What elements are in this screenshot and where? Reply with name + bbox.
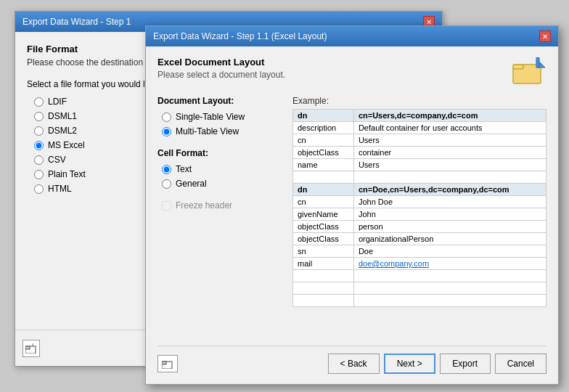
format-plaintext-radio[interactable] [34, 170, 44, 179]
empty-cell [293, 171, 354, 184]
table-row: sn Doe [293, 245, 547, 258]
layout-single-label: Single-Table View [176, 112, 245, 122]
fg-sub-title: Please select a document layout. [157, 70, 285, 80]
empty-cell [353, 171, 546, 184]
folder-icon [510, 57, 547, 86]
cell-sn-val: Doe [353, 245, 546, 258]
cell-oc3-val: organizationalPerson [353, 233, 546, 245]
table-row: name Users [293, 159, 547, 171]
cell-desc: description [293, 122, 354, 134]
cell-format-general-label: General [176, 179, 207, 189]
cell-given: givenName [293, 208, 354, 221]
table-row-empty [293, 282, 547, 295]
svg-rect-5 [536, 57, 539, 68]
cell-cn2: cn [293, 196, 354, 208]
foreground-dialog: Export Data Wizard - Step 1.1 (Excel Lay… [145, 25, 559, 385]
cell-format-options: Text General [162, 164, 281, 189]
fg-right-panel: Example: dn cn=Users,dc=company,dc=com d… [292, 96, 547, 346]
fg-main: Document Layout: Single-Table View Multi… [157, 96, 547, 346]
cell-name1-val: Users [353, 159, 546, 171]
cell-name1: name [293, 159, 354, 171]
cell-format-text-label: Text [176, 164, 192, 174]
fg-dialog-title: Export Data Wizard - Step 1.1 (Excel Lay… [153, 31, 327, 41]
empty-cell [293, 270, 354, 282]
format-msexcel-label: MS Excel [48, 140, 85, 150]
cell-oc2: objectClass [293, 221, 354, 233]
cell-mail: mail [293, 258, 354, 270]
example-label: Example: [292, 96, 547, 106]
cell-format-general-radio[interactable] [162, 179, 171, 189]
format-csv-radio[interactable] [34, 155, 44, 165]
fg-body: Excel Document Layout Please select a do… [146, 46, 558, 384]
table-row: objectClass container [293, 147, 547, 159]
cell-dn1-val: cn=Users,dc=company,dc=com [353, 110, 546, 122]
cell-given-val: John [353, 208, 546, 221]
format-dsml1-radio[interactable] [34, 112, 44, 121]
table-row: mail doe@company.com [293, 258, 547, 270]
layout-single-radio[interactable] [162, 113, 171, 122]
empty-cell [293, 282, 354, 295]
cell-mail-val: doe@company.com [353, 258, 546, 270]
format-html-radio[interactable] [34, 184, 44, 194]
format-plaintext-label: Plain Text [48, 169, 86, 179]
svg-rect-7 [162, 362, 166, 364]
format-html-label: HTML [48, 184, 72, 194]
format-ldif-radio[interactable] [34, 97, 44, 107]
cell-cn2-val: John Doe [353, 196, 546, 208]
document-layout-options: Single-Table View Multi-Table View [162, 112, 281, 136]
empty-cell [293, 295, 354, 307]
layout-multi[interactable]: Multi-Table View [162, 126, 281, 136]
cell-format-general[interactable]: General [162, 179, 281, 189]
svg-rect-1 [25, 346, 30, 349]
table-row: givenName John [293, 208, 547, 221]
example-table: dn cn=Users,dc=company,dc=com descriptio… [292, 109, 547, 307]
bg-window-title: Export Data Wizard - Step 1 [22, 17, 131, 27]
cell-format-label: Cell Format: [157, 148, 281, 158]
back-button[interactable]: < Back [328, 354, 380, 374]
format-dsml2-label: DSML2 [48, 126, 77, 136]
format-msexcel-radio[interactable] [34, 141, 44, 150]
format-dsml2-radio[interactable] [34, 126, 44, 136]
fg-close-button[interactable]: ✕ [539, 30, 551, 42]
format-dsml1-label: DSML1 [48, 111, 77, 121]
fg-footer-buttons: < Back Next > Export Cancel [328, 354, 547, 374]
fg-header-text: Excel Document Layout Please select a do… [157, 57, 285, 80]
freeze-header-option: Freeze header [162, 200, 281, 211]
mail-link[interactable]: doe@company.com [359, 259, 429, 268]
cell-oc1-val: container [353, 147, 546, 159]
cancel-button[interactable]: Cancel [495, 354, 547, 374]
cell-sn: sn [293, 245, 354, 258]
export-button[interactable]: Export [440, 354, 491, 374]
freeze-header-checkbox [162, 201, 171, 211]
cell-format-text[interactable]: Text [162, 164, 281, 174]
fg-footer-icon [157, 355, 178, 372]
cell-desc-val: Default container for user accounts [353, 122, 546, 134]
next-button[interactable]: Next > [384, 354, 435, 374]
cell-dn2: dn [293, 184, 354, 196]
bg-footer-icon [22, 340, 40, 357]
cell-cn1-val: Users [353, 134, 546, 147]
table-row-empty [293, 171, 547, 184]
layout-multi-radio[interactable] [162, 127, 171, 136]
cell-format-text-radio[interactable] [162, 165, 171, 174]
cell-oc1: objectClass [293, 147, 354, 159]
empty-cell [353, 295, 546, 307]
freeze-header-label: Freeze header [176, 200, 232, 211]
fg-left-panel: Document Layout: Single-Table View Multi… [157, 96, 281, 346]
table-row: dn cn=Users,dc=company,dc=com [293, 110, 547, 122]
table-row: cn Users [293, 134, 547, 147]
layout-single[interactable]: Single-Table View [162, 112, 281, 122]
format-ldif-label: LDIF [48, 97, 67, 107]
format-csv-label: CSV [48, 155, 66, 165]
cell-dn1: dn [293, 110, 354, 122]
fg-header: Excel Document Layout Please select a do… [157, 57, 547, 86]
table-row: cn John Doe [293, 196, 547, 208]
table-row: objectClass person [293, 221, 547, 233]
empty-cell [353, 282, 546, 295]
table-row-empty [293, 270, 547, 282]
fg-main-title: Excel Document Layout [157, 57, 285, 68]
cell-oc3: objectClass [293, 233, 354, 245]
table-row: objectClass organizationalPerson [293, 233, 547, 245]
table-row: dn cn=Doe,cn=Users,dc=company,dc=com [293, 184, 547, 196]
cell-cn1: cn [293, 134, 354, 147]
